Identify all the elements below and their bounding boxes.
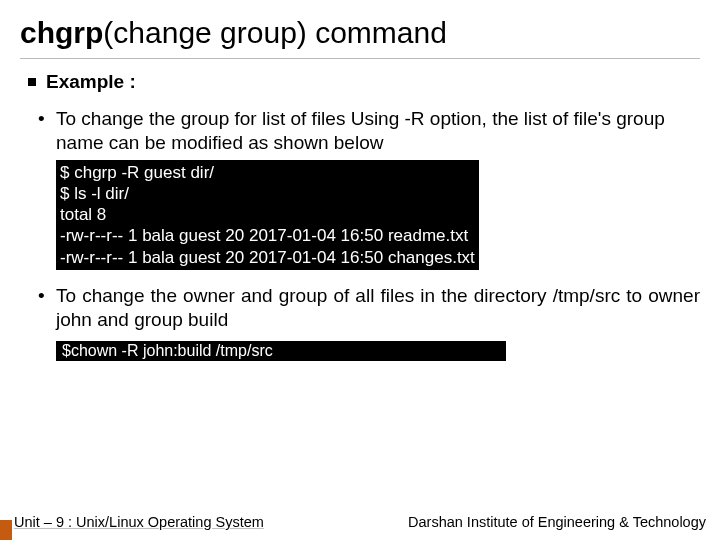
example-heading: Example : <box>20 71 700 93</box>
terminal-line: total 8 <box>60 204 475 225</box>
footer-left: Unit – 9 : Unix/Linux Operating System <box>14 514 264 530</box>
terminal-line: $ ls -l dir/ <box>60 183 475 204</box>
footer-right: Darshan Institute of Engineering & Techn… <box>408 514 706 530</box>
terminal-block-1: $ chgrp -R guest dir/ $ ls -l dir/ total… <box>56 160 479 270</box>
terminal-block-2: $chown -R john:build /tmp/src <box>56 341 506 361</box>
footer-accent <box>0 520 12 540</box>
title-rest: (change group) command <box>103 16 447 49</box>
terminal-line: $ chgrp -R guest dir/ <box>60 162 475 183</box>
bullet-1: To change the group for list of files Us… <box>20 107 700 156</box>
slide-title: chgrp(change group) command <box>20 10 700 59</box>
footer: Unit – 9 : Unix/Linux Operating System D… <box>0 510 720 540</box>
terminal-line: -rw-r--r-- 1 bala guest 20 2017-01-04 16… <box>60 247 475 268</box>
bullet-2: To change the owner and group of all fil… <box>20 284 700 333</box>
title-bold: chgrp <box>20 16 103 49</box>
terminal-line: -rw-r--r-- 1 bala guest 20 2017-01-04 16… <box>60 225 475 246</box>
